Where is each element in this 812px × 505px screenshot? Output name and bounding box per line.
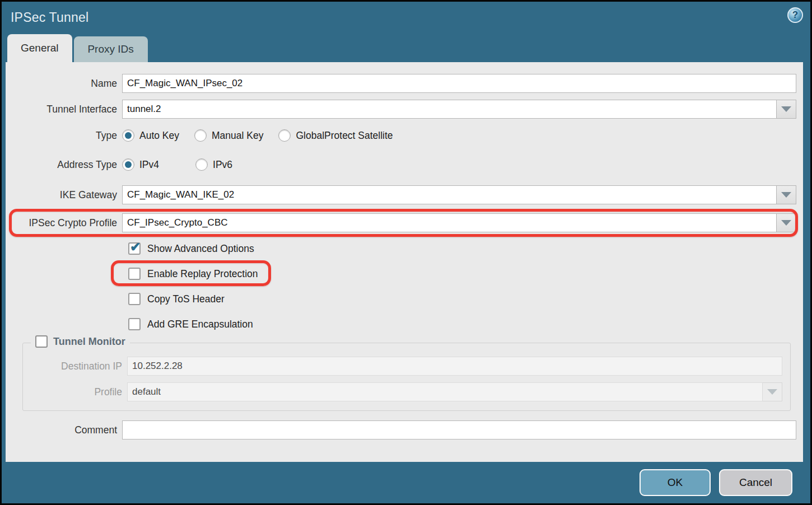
tunnel-monitor-checkbox[interactable]	[35, 335, 48, 348]
type-globalprotect-satellite-label: GlobalProtect Satellite	[291, 130, 393, 142]
type-radio-auto-key[interactable]: Auto Key	[122, 129, 179, 142]
add-gre-encapsulation-row: Add GRE Encapsulation	[128, 318, 796, 330]
show-advanced-options-label: Show Advanced Options	[141, 243, 254, 255]
profile-dropdown-button	[763, 382, 782, 401]
ipsec-crypto-profile-dropdown-button[interactable]	[777, 213, 796, 232]
name-label: Name	[10, 78, 122, 90]
tunnel-interface-input[interactable]	[122, 100, 777, 119]
radio-selected-icon	[122, 158, 134, 171]
add-gre-encapsulation-checkbox[interactable]	[128, 318, 141, 330]
radio-unselected-icon	[278, 129, 291, 142]
type-radio-globalprotect-satellite[interactable]: GlobalProtect Satellite	[278, 129, 393, 142]
tab-bar: General Proxy IDs	[2, 34, 810, 62]
name-row: Name	[10, 74, 796, 93]
cancel-button[interactable]: Cancel	[719, 469, 792, 496]
copy-tos-header-row: Copy ToS Header	[128, 293, 796, 305]
radio-selected-icon	[122, 129, 134, 142]
profile-label: Profile	[32, 386, 127, 398]
chevron-down-icon	[781, 220, 791, 226]
ipsec-tunnel-dialog: IPSec Tunnel ? General Proxy IDs Name Tu…	[0, 0, 812, 505]
general-tab-panel: Name Tunnel Interface Type Auto Key Manu…	[6, 62, 803, 462]
enable-replay-protection-checkbox[interactable]	[128, 268, 141, 280]
enable-replay-protection-group: Enable Replay Protection	[128, 268, 258, 280]
tunnel-interface-dropdown-button[interactable]	[777, 100, 796, 119]
destination-ip-label: Destination IP	[32, 361, 127, 372]
enable-replay-protection-row: Enable Replay Protection	[128, 268, 796, 280]
ike-gateway-input[interactable]	[122, 185, 777, 204]
add-gre-encapsulation-label: Add GRE Encapsulation	[141, 319, 253, 330]
show-advanced-options-row: Show Advanced Options	[128, 242, 796, 255]
tab-proxy-ids[interactable]: Proxy IDs	[74, 36, 148, 62]
address-type-radio-ipv6[interactable]: IPv6	[195, 158, 232, 171]
dialog-title: IPSec Tunnel	[11, 10, 88, 25]
comment-label: Comment	[10, 424, 122, 436]
address-type-radio-ipv4[interactable]: IPv4	[122, 158, 159, 171]
ok-button-label: OK	[668, 476, 683, 489]
ipsec-crypto-profile-label: IPSec Crypto Profile	[10, 217, 122, 229]
profile-input	[127, 382, 763, 401]
chevron-down-icon	[767, 389, 777, 395]
name-input[interactable]	[122, 74, 796, 93]
type-manual-key-label: Manual Key	[207, 130, 263, 142]
copy-tos-header-checkbox[interactable]	[128, 293, 141, 305]
cancel-button-label: Cancel	[739, 476, 772, 489]
tab-general[interactable]: General	[7, 34, 72, 62]
type-radio-group: Auto Key Manual Key GlobalProtect Satell…	[122, 129, 393, 142]
tab-proxy-ids-label: Proxy IDs	[87, 43, 133, 55]
dialog-footer: OK Cancel	[2, 462, 810, 503]
ok-button[interactable]: OK	[640, 469, 711, 496]
address-type-radio-group: IPv4 IPv6	[122, 158, 232, 171]
copy-tos-header-label: Copy ToS Header	[141, 293, 225, 305]
radio-unselected-icon	[195, 158, 208, 171]
destination-ip-row: Destination IP	[32, 357, 782, 376]
profile-row: Profile	[32, 382, 782, 401]
radio-unselected-icon	[194, 129, 207, 142]
comment-row: Comment	[10, 420, 796, 439]
address-type-label: Address Type	[10, 159, 122, 171]
chevron-down-icon	[781, 192, 791, 198]
ike-gateway-dropdown-button[interactable]	[777, 185, 796, 204]
tunnel-interface-label: Tunnel Interface	[10, 104, 122, 115]
chevron-down-icon	[781, 106, 791, 112]
ipsec-crypto-profile-row: IPSec Crypto Profile	[10, 213, 796, 232]
ike-gateway-label: IKE Gateway	[10, 189, 122, 201]
ipsec-crypto-profile-input[interactable]	[122, 213, 777, 232]
help-icon-glyph: ?	[792, 10, 798, 21]
comment-input[interactable]	[122, 420, 796, 439]
type-row: Type Auto Key Manual Key GlobalProtect S…	[10, 129, 796, 142]
help-icon[interactable]: ?	[787, 7, 803, 23]
address-type-ipv6-label: IPv6	[208, 159, 232, 171]
enable-replay-protection-label: Enable Replay Protection	[141, 268, 258, 280]
tunnel-interface-row: Tunnel Interface	[10, 100, 796, 119]
ike-gateway-row: IKE Gateway	[10, 185, 796, 204]
address-type-row: Address Type IPv4 IPv6	[10, 158, 796, 171]
type-radio-manual-key[interactable]: Manual Key	[194, 129, 263, 142]
address-type-ipv4-label: IPv4	[134, 159, 159, 171]
tunnel-monitor-legend: Tunnel Monitor	[31, 335, 130, 348]
tunnel-monitor-label: Tunnel Monitor	[48, 336, 125, 348]
tunnel-monitor-fieldset: Tunnel Monitor Destination IP Profile	[22, 343, 791, 411]
type-auto-key-label: Auto Key	[134, 130, 179, 142]
dialog-titlebar: IPSec Tunnel ?	[2, 2, 810, 34]
type-label: Type	[10, 130, 122, 142]
tab-general-label: General	[21, 42, 59, 54]
show-advanced-options-checkbox[interactable]	[128, 242, 141, 255]
destination-ip-input	[127, 357, 782, 376]
